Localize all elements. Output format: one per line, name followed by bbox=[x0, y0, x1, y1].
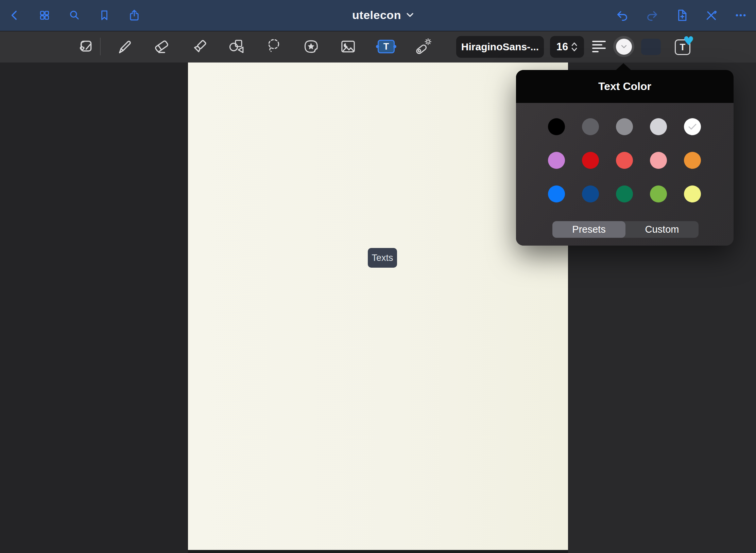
highlighter-tool[interactable] bbox=[190, 37, 209, 56]
text-style-icon: T ♥ bbox=[675, 39, 690, 55]
top-navigation-bar: utelecon bbox=[0, 0, 756, 31]
redo-button[interactable] bbox=[645, 8, 659, 23]
image-tool[interactable] bbox=[339, 37, 358, 56]
popover-arrow bbox=[616, 63, 631, 70]
heart-icon: ♥ bbox=[683, 35, 694, 47]
text-tool[interactable]: T bbox=[377, 37, 396, 56]
document-title-menu[interactable]: utelecon bbox=[352, 0, 413, 30]
more-button[interactable] bbox=[733, 8, 748, 23]
favorite-text-style-button[interactable]: T ♥ bbox=[673, 37, 692, 56]
thumbnails-button[interactable] bbox=[37, 8, 52, 23]
undo-icon bbox=[616, 8, 629, 22]
shapes-icon bbox=[227, 38, 245, 55]
back-chevron-icon bbox=[8, 9, 21, 22]
color-swatch-green[interactable] bbox=[616, 185, 633, 202]
share-icon bbox=[128, 9, 141, 22]
document-title: utelecon bbox=[352, 8, 401, 22]
stepper-chevrons-icon bbox=[571, 42, 578, 52]
font-size-value: 16 bbox=[556, 41, 568, 53]
ellipsis-icon bbox=[734, 8, 748, 22]
bookmark-icon bbox=[98, 9, 111, 22]
text-tool-active-icon: T bbox=[378, 40, 395, 53]
toolbar-divider bbox=[100, 38, 101, 55]
pen-icon bbox=[116, 38, 133, 55]
popover-body: Presets Custom bbox=[516, 103, 734, 246]
color-swatch-light-green[interactable] bbox=[650, 185, 667, 202]
search-icon bbox=[68, 9, 81, 22]
color-chevron-down-icon bbox=[621, 45, 627, 49]
redo-icon bbox=[645, 8, 659, 22]
font-size-stepper[interactable]: 16 bbox=[550, 36, 584, 58]
pen-tool[interactable] bbox=[115, 37, 134, 56]
add-page-button[interactable] bbox=[674, 8, 689, 23]
check-icon bbox=[688, 123, 697, 130]
tab-custom[interactable]: Custom bbox=[625, 221, 699, 238]
app-window: utelecon bbox=[0, 0, 756, 553]
color-swatch-orange[interactable] bbox=[684, 152, 701, 169]
title-chevron-down-icon bbox=[407, 13, 413, 17]
nav-left-group bbox=[7, 0, 142, 30]
text-align-button[interactable] bbox=[590, 38, 608, 55]
text-object-label: Texts bbox=[372, 253, 393, 263]
laser-pointer-icon bbox=[414, 38, 432, 55]
text-color-popover: Text Color Presets Custom bbox=[516, 70, 734, 246]
photo-icon bbox=[339, 38, 357, 55]
pen-slash-icon bbox=[704, 8, 718, 22]
presets-custom-segmented-control: Presets Custom bbox=[552, 221, 699, 238]
swatch-grid bbox=[539, 118, 709, 202]
bookmark-button[interactable] bbox=[97, 8, 112, 23]
popover-header: Text Color bbox=[516, 70, 734, 103]
notebook-pen-icon bbox=[77, 38, 94, 55]
color-swatch-pink[interactable] bbox=[650, 152, 667, 169]
pan-mode-tool[interactable] bbox=[76, 37, 95, 56]
grid-icon bbox=[38, 9, 51, 22]
star-sticker-icon bbox=[302, 38, 320, 55]
color-swatch-yellow[interactable] bbox=[684, 185, 701, 202]
shapes-tool[interactable] bbox=[226, 37, 245, 56]
color-swatch-coral[interactable] bbox=[616, 152, 633, 169]
tools-toolbar: T HiraginoSans-... 16 T ♥ bbox=[0, 32, 756, 63]
color-swatch-dark-gray[interactable] bbox=[582, 118, 599, 135]
color-swatch-black[interactable] bbox=[548, 118, 565, 135]
lasso-icon bbox=[265, 38, 283, 55]
color-swatch-light-gray[interactable] bbox=[650, 118, 667, 135]
align-left-icon bbox=[592, 41, 606, 42]
share-button[interactable] bbox=[127, 8, 142, 23]
elements-tool[interactable] bbox=[302, 37, 321, 56]
color-swatch-blue[interactable] bbox=[548, 185, 565, 202]
lasso-tool[interactable] bbox=[264, 37, 284, 56]
eraser-tool[interactable] bbox=[152, 37, 171, 56]
eraser-icon bbox=[153, 38, 170, 55]
highlighter-icon bbox=[191, 38, 208, 55]
laser-pointer-tool[interactable] bbox=[414, 37, 433, 56]
back-button[interactable] bbox=[7, 8, 22, 23]
font-family-button[interactable]: HiraginoSans-... bbox=[456, 36, 544, 58]
color-swatch-gray[interactable] bbox=[616, 118, 633, 135]
tab-presets[interactable]: Presets bbox=[552, 221, 625, 238]
text-object[interactable]: Texts bbox=[368, 248, 397, 268]
popover-title: Text Color bbox=[598, 80, 651, 93]
current-color-swatch bbox=[616, 39, 632, 55]
page-bottom-edge bbox=[188, 550, 568, 553]
search-button[interactable] bbox=[67, 8, 82, 23]
add-page-icon bbox=[675, 8, 688, 22]
color-swatch-red[interactable] bbox=[582, 152, 599, 169]
color-swatch-white[interactable] bbox=[684, 118, 701, 135]
color-swatch-purple[interactable] bbox=[548, 152, 565, 169]
nav-right-group bbox=[615, 0, 748, 30]
notebook-page[interactable] bbox=[188, 63, 568, 553]
undo-button[interactable] bbox=[615, 8, 630, 23]
font-family-label: HiraginoSans-... bbox=[461, 41, 539, 53]
text-color-button[interactable] bbox=[613, 36, 634, 57]
color-swatch-navy-blue[interactable] bbox=[582, 185, 599, 202]
text-background-button[interactable] bbox=[641, 39, 661, 55]
stop-editing-button[interactable] bbox=[704, 8, 719, 23]
